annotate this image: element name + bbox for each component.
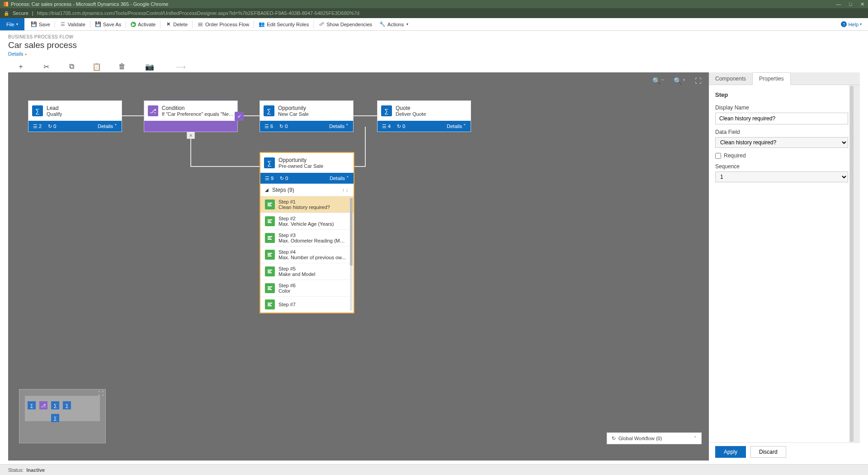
delete-button[interactable]: ✕Delete	[161, 18, 191, 30]
connector-icon: ⟶	[175, 62, 186, 71]
page-url: https://trial1705.crm.dynamics.com/Tools…	[37, 10, 359, 16]
lock-icon: 🔒	[4, 11, 9, 16]
window-title: Process: Car sales process - Microsoft D…	[11, 1, 168, 7]
edit-security-roles-button[interactable]: 👥Edit Security Roles	[255, 18, 312, 30]
process-header: BUSINESS PROCESS FLOW Car sales process …	[0, 31, 868, 60]
order-process-flow-button[interactable]: ▤Order Process Flow	[193, 18, 253, 30]
process-type-label: BUSINESS PROCESS FLOW	[8, 34, 860, 39]
copy-icon: ⧉	[69, 62, 74, 71]
camera-icon: 📷	[145, 62, 154, 71]
save-icon: 💾	[31, 21, 37, 28]
paste-icon: 📋	[92, 62, 101, 71]
window-minimize-button[interactable]: ―	[836, 1, 841, 7]
actions-icon: 🔧	[379, 21, 386, 28]
scissors-icon: ✂	[43, 62, 49, 71]
actions-menu[interactable]: 🔧Actions▾	[376, 18, 412, 30]
plus-icon: ＋	[17, 62, 24, 71]
side-panel: Components Properties Step Display Name …	[709, 72, 860, 82]
app-icon	[4, 2, 8, 6]
save-as-icon: 💾	[95, 21, 101, 28]
activate-icon: ▶	[131, 22, 136, 27]
window-close-button[interactable]: ✕	[860, 1, 864, 7]
validate-icon: ☰	[60, 21, 66, 28]
fit-screen-icon[interactable]: ⛶	[695, 77, 702, 82]
trash-icon: 🗑	[118, 62, 126, 71]
header-details-link[interactable]: Details ▾	[8, 51, 27, 57]
validate-button[interactable]: ☰Validate	[56, 18, 89, 30]
order-icon: ▤	[197, 21, 203, 28]
process-name: Car sales process	[8, 40, 860, 50]
window-title-bar: Process: Car sales process - Microsoft D…	[0, 0, 868, 8]
delete-icon: ✕	[165, 21, 171, 28]
save-button[interactable]: 💾Save	[27, 18, 54, 30]
file-menu[interactable]: File ▾	[0, 18, 24, 30]
tab-components[interactable]: Components	[709, 72, 752, 82]
activate-button[interactable]: ▶Activate	[127, 18, 159, 30]
designer-canvas[interactable]: 🔍⁻ 🔍⁺ ⛶ ∑ Lead Qualify ☰ 2 ↻ 0 Details ˅	[8, 72, 709, 82]
show-dependencies-button[interactable]: ☍Show Dependencies	[315, 18, 376, 30]
ribbon-bar: File ▾ 💾Save ☰Validate 💾Save As ▶Activat…	[0, 18, 868, 31]
zoom-out-icon[interactable]: 🔍⁻	[652, 77, 665, 82]
secure-label: Secure	[13, 10, 28, 16]
help-icon: ?	[841, 21, 847, 27]
help-link[interactable]: ?Help▾	[835, 21, 868, 27]
security-icon: 👥	[259, 21, 265, 28]
tab-properties[interactable]: Properties	[752, 72, 791, 82]
window-maximize-button[interactable]: □	[849, 1, 852, 7]
browser-url-bar: 🔒 Secure | https://trial1705.crm.dynamic…	[0, 8, 868, 18]
save-as-button[interactable]: 💾Save As	[91, 18, 125, 30]
zoom-in-icon[interactable]: 🔍⁺	[674, 77, 686, 82]
deps-icon: ☍	[318, 21, 325, 28]
